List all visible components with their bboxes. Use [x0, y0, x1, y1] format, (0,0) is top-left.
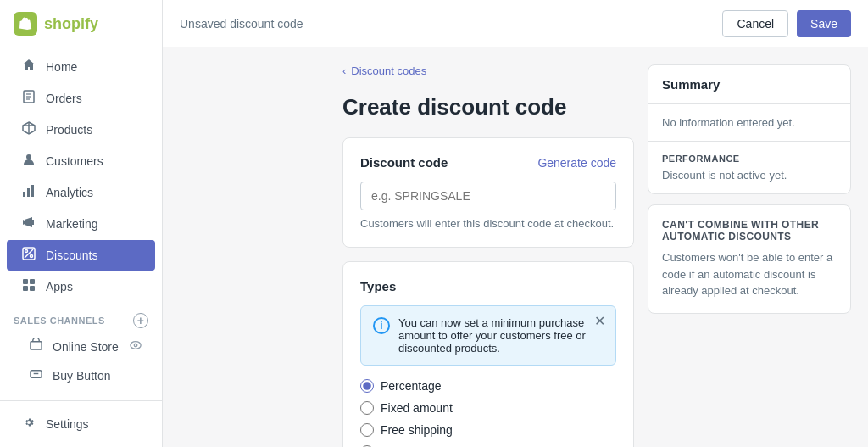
analytics-icon — [20, 184, 37, 201]
radio-percentage-input[interactable] — [360, 379, 374, 393]
discount-code-card: Discount code Generate code Customers wi… — [342, 137, 634, 248]
settings-icon — [20, 416, 37, 433]
sidebar-item-products[interactable]: Products — [7, 115, 155, 145]
svg-point-22 — [131, 342, 141, 349]
sidebar-settings-label: Settings — [46, 417, 89, 431]
sidebar-item-home-label: Home — [46, 60, 77, 74]
sidebar-item-discounts-label: Discounts — [46, 249, 97, 262]
cant-combine-text: Customers won't be able to enter a code … — [662, 249, 837, 299]
types-card: Types i You can now set a minimum purcha… — [342, 261, 634, 447]
svg-rect-19 — [23, 286, 28, 291]
info-icon: i — [373, 317, 390, 334]
sidebar-item-online-store-label: Online Store — [53, 340, 119, 354]
sidebar-navigation: Home Orders Products Customers Analytics — [0, 47, 162, 400]
summary-body: No information entered yet. — [648, 104, 850, 141]
buy-button-icon — [27, 367, 44, 383]
sidebar-item-orders-label: Orders — [46, 92, 82, 105]
customers-icon — [20, 153, 37, 170]
svg-rect-21 — [30, 342, 41, 349]
types-card-title: Types — [360, 279, 616, 293]
content-left: ‹ Discount codes Create discount code Di… — [342, 64, 634, 430]
sidebar: shopify Home Orders Products Customers — [0, 0, 163, 447]
generate-code-link[interactable]: Generate code — [537, 156, 616, 170]
svg-rect-11 — [31, 185, 34, 197]
shopify-logo-icon — [14, 12, 37, 36]
banner-text: You can now set a minimum purchase amoun… — [398, 316, 604, 355]
cancel-button[interactable]: Cancel — [722, 10, 788, 37]
svg-point-23 — [134, 344, 137, 347]
sidebar-item-marketing[interactable]: Marketing — [7, 209, 155, 239]
sidebar-item-discounts[interactable]: Discounts — [7, 240, 155, 271]
discount-code-hint: Customers will enter this discount code … — [360, 217, 616, 230]
summary-header: Summary — [648, 65, 850, 104]
svg-rect-20 — [30, 286, 35, 291]
home-icon — [20, 59, 37, 75]
discount-code-input[interactable] — [360, 182, 616, 210]
sales-channels-label: SALES CHANNELS — [14, 316, 105, 326]
svg-point-13 — [25, 250, 28, 253]
sidebar-settings-section: Settings — [0, 400, 162, 447]
sidebar-item-online-store[interactable]: Online Store — [7, 332, 155, 360]
topbar-actions: Cancel Save — [722, 10, 851, 37]
page-title: Create discount code — [342, 94, 634, 120]
svg-rect-18 — [30, 279, 35, 284]
performance-section: PERFORMANCE Discount is not active yet. — [648, 141, 850, 193]
main-content: ‹ Discount codes Create discount code Di… — [326, 47, 868, 447]
type-radio-group: Percentage Fixed amount Free shipping Bu… — [360, 379, 616, 447]
radio-free-shipping-input[interactable] — [360, 423, 374, 437]
orders-icon — [20, 90, 37, 107]
sidebar-item-orders[interactable]: Orders — [7, 83, 155, 114]
summary-card: Summary No information entered yet. PERF… — [648, 64, 851, 194]
svg-rect-12 — [32, 220, 34, 225]
breadcrumb[interactable]: ‹ Discount codes — [342, 64, 634, 77]
sidebar-item-analytics-label: Analytics — [46, 186, 93, 199]
svg-point-14 — [31, 255, 33, 258]
cant-combine-card: CAN'T COMBINE WITH OTHER AUTOMATIC DISCO… — [648, 204, 851, 314]
radio-fixed-amount[interactable]: Fixed amount — [360, 401, 616, 415]
marketing-icon — [20, 215, 37, 232]
radio-percentage-label: Percentage — [381, 379, 442, 393]
banner-close-button[interactable]: ✕ — [594, 315, 605, 328]
sidebar-logo-text: shopify — [44, 15, 98, 33]
sidebar-item-apps-label: Apps — [46, 280, 73, 293]
summary-title: Summary — [662, 77, 720, 92]
discounts-icon — [20, 247, 37, 264]
sidebar-item-marketing-label: Marketing — [46, 217, 97, 231]
radio-free-shipping[interactable]: Free shipping — [360, 423, 616, 437]
content-right: Summary No information entered yet. PERF… — [648, 64, 851, 430]
sidebar-logo[interactable]: shopify — [0, 0, 162, 47]
performance-title: PERFORMANCE — [662, 154, 837, 164]
sidebar-item-buy-button-label: Buy Button — [53, 369, 111, 383]
svg-rect-17 — [23, 279, 28, 284]
svg-rect-10 — [27, 188, 30, 197]
add-sales-channel-button[interactable]: + — [133, 313, 148, 328]
summary-no-info: No information entered yet. — [662, 116, 795, 129]
sidebar-item-buy-button[interactable]: Buy Button — [7, 361, 155, 389]
sidebar-item-apps[interactable]: Apps — [7, 271, 155, 302]
sidebar-item-customers-label: Customers — [46, 154, 103, 168]
topbar-title: Unsaved discount code — [180, 17, 303, 31]
performance-text: Discount is not active yet. — [662, 169, 837, 182]
radio-percentage[interactable]: Percentage — [360, 379, 616, 393]
apps-icon — [20, 278, 37, 295]
breadcrumb-label: Discount codes — [351, 64, 426, 77]
online-store-icon — [27, 338, 44, 355]
radio-fixed-amount-input[interactable] — [360, 401, 374, 415]
sidebar-item-settings[interactable]: Settings — [7, 409, 155, 439]
info-banner: i You can now set a minimum purchase amo… — [360, 305, 616, 366]
svg-rect-9 — [23, 192, 25, 197]
save-button[interactable]: Save — [797, 10, 851, 37]
sidebar-item-home[interactable]: Home — [7, 52, 155, 82]
sidebar-item-customers[interactable]: Customers — [7, 146, 155, 176]
cant-combine-title: CAN'T COMBINE WITH OTHER AUTOMATIC DISCO… — [662, 219, 837, 243]
discount-code-card-title: Discount code — [360, 155, 448, 170]
sidebar-item-analytics[interactable]: Analytics — [7, 177, 155, 208]
products-icon — [20, 121, 37, 138]
sidebar-item-products-label: Products — [46, 123, 92, 137]
topbar: Unsaved discount code Cancel Save — [163, 0, 868, 47]
sales-channels-header: SALES CHANNELS + — [0, 303, 162, 332]
radio-free-shipping-label: Free shipping — [381, 423, 453, 437]
discount-code-card-header: Discount code Generate code — [360, 155, 616, 170]
svg-point-8 — [26, 154, 31, 159]
svg-line-15 — [25, 249, 33, 258]
